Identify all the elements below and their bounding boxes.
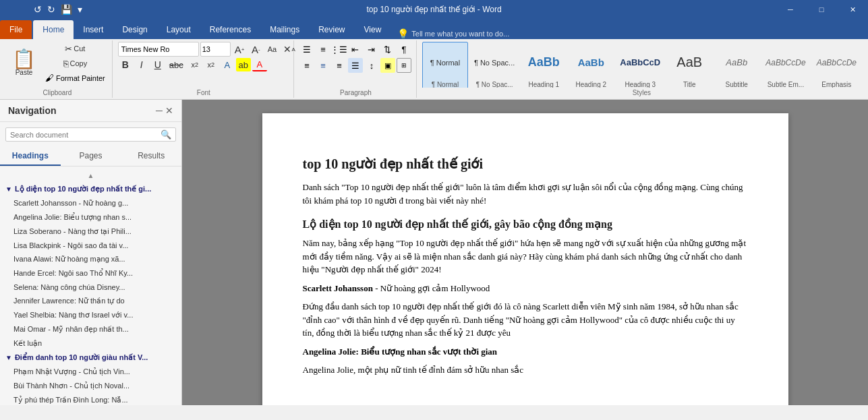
nav-item-angelina[interactable]: Angelina Jolie: Biểu tượng nhan s... <box>0 210 181 224</box>
font-name-input[interactable] <box>118 42 199 57</box>
tab-design[interactable]: Design <box>113 20 156 39</box>
font-group-label: Font <box>118 88 289 96</box>
nav-section-main[interactable]: ▼ Lộ diện top 10 người đẹp nhất thế gi..… <box>0 182 181 196</box>
change-case-button[interactable]: Aa <box>264 42 279 56</box>
style-subtitle-label: Subtitle <box>726 81 748 88</box>
collapse-btn[interactable]: ▲ <box>0 169 181 182</box>
format-painter-icon: 🖌 <box>45 73 54 83</box>
nav-section-second[interactable]: ▼ Điểm danh top 10 người giàu nhất V... <box>0 351 181 365</box>
underline-button[interactable]: U <box>150 58 165 71</box>
style-emphasis[interactable]: AaBbCcDe Emphasis <box>812 42 861 88</box>
decrease-indent-button[interactable]: ⇤ <box>348 42 363 57</box>
cut-label: Cut <box>74 44 85 53</box>
style-heading3[interactable]: AaBbCcD Heading 3 <box>615 42 665 88</box>
shrink-font-button[interactable]: A- <box>248 42 263 56</box>
tab-references[interactable]: References <box>200 20 260 39</box>
nav-item-main-heading: Lộ diện top 10 người đẹp nhất thế gi... <box>15 185 151 193</box>
clipboard-label: Clipboard <box>7 88 108 96</box>
line-spacing-button[interactable]: ↕ <box>364 58 379 73</box>
document-area: top 10 người đẹp nhất thế giới Danh sách… <box>182 100 868 405</box>
nav-item-yael[interactable]: Yael Shelbia: Nàng thơ Israel với v... <box>0 308 181 322</box>
nav-close-icon[interactable]: ✕ <box>165 105 173 116</box>
document-page[interactable]: top 10 người đẹp nhất thế giới Danh sách… <box>262 113 788 405</box>
nav-item-tran[interactable]: Tỷ phú thép Trần Đình Long: Nắ... <box>0 393 181 405</box>
format-painter-button[interactable]: 🖌 Format Painter <box>42 71 108 84</box>
borders-button[interactable]: ⊞ <box>397 58 411 73</box>
tab-results[interactable]: Results <box>121 147 181 166</box>
font-size-input[interactable] <box>200 42 231 57</box>
tab-review[interactable]: Review <box>309 20 354 39</box>
superscript-button[interactable]: x2 <box>204 58 219 71</box>
cut-button[interactable]: ✂ Cut <box>42 42 108 55</box>
tab-headings[interactable]: Headings <box>0 147 61 166</box>
close-button[interactable]: ✕ <box>837 0 868 19</box>
grow-font-button[interactable]: A+ <box>232 42 248 56</box>
nav-item-jennifer[interactable]: Jennifer Lawrence: Nữ thần tự do <box>0 294 181 308</box>
redo-icon[interactable]: ↻ <box>47 4 55 15</box>
text-effects-button[interactable]: A <box>220 58 235 71</box>
tab-layout[interactable]: Layout <box>157 20 200 39</box>
tell-me-text[interactable]: Tell me what you want to do... <box>411 30 509 38</box>
nav-item-ivana[interactable]: Ivana Alawi: Nữ hoàng mạng xã... <box>0 252 181 266</box>
tab-pages[interactable]: Pages <box>61 147 121 166</box>
style-subtle-em[interactable]: AaBbCcDe Subtle Em... <box>761 42 810 88</box>
subscript-button[interactable]: x2 <box>187 58 202 71</box>
nav-header: Navigation ─ ✕ <box>0 100 181 122</box>
align-right-button[interactable]: ≡ <box>332 58 347 73</box>
tab-file[interactable]: File <box>0 20 32 39</box>
shading-button[interactable]: ▣ <box>380 58 395 73</box>
bullets-button[interactable]: ☰ <box>299 42 314 57</box>
tab-insert[interactable]: Insert <box>74 20 113 39</box>
nav-item-hande[interactable]: Hande Ercel: Ngôi sao Thổ Nhĩ Ky... <box>0 266 181 280</box>
multilevel-list-button[interactable]: ⋮☰ <box>332 42 347 57</box>
nav-content: ▲ ▼ Lộ diện top 10 người đẹp nhất thế gi… <box>0 167 181 405</box>
minimize-button[interactable]: ─ <box>775 0 806 19</box>
paste-button[interactable]: 📋 Paste <box>7 43 41 84</box>
font-color-button[interactable]: A <box>252 58 267 71</box>
customize-icon[interactable]: ▾ <box>78 4 82 15</box>
bold-button[interactable]: B <box>118 58 133 71</box>
style-heading2[interactable]: AaBb Heading 2 <box>568 42 614 88</box>
show-marks-button[interactable]: ¶ <box>397 42 411 57</box>
style-heading1[interactable]: AaBb Heading 1 <box>521 42 567 88</box>
increase-indent-button[interactable]: ⇥ <box>364 42 379 57</box>
align-left-button[interactable]: ≡ <box>299 58 314 73</box>
cut-icon: ✂ <box>65 44 72 54</box>
doc-scarlett-line: Scarlett Johansson - Nữ hoàng gợi cảm Ho… <box>303 282 748 295</box>
tab-view[interactable]: View <box>355 20 391 39</box>
nav-item-mai[interactable]: Mai Omar - Mỹ nhân đẹp nhất th... <box>0 322 181 336</box>
search-input[interactable] <box>10 131 161 139</box>
strikethrough-button[interactable]: abc <box>167 58 186 71</box>
doc-scarlett-bold: Scarlett Johansson <box>303 283 373 293</box>
numbered-list-button[interactable]: ≡ <box>316 42 330 57</box>
nav-item-scarlett[interactable]: Scarlett Johansson - Nữ hoàng g... <box>0 196 181 210</box>
nav-item-liza[interactable]: Liza Soberano - Nàng thơ tại Phili... <box>0 224 181 239</box>
style-heading3-preview: AaBbCcD <box>620 44 660 81</box>
save-icon[interactable]: 💾 <box>61 4 72 15</box>
style-heading3-label: Heading 3 <box>625 81 656 88</box>
sort-button[interactable]: ⇅ <box>380 42 395 57</box>
align-center-button[interactable]: ≡ <box>316 58 330 73</box>
style-title[interactable]: AaB Title <box>666 42 712 88</box>
nav-item-lisa[interactable]: Lisa Blackpink - Ngôi sao đa tài v... <box>0 239 181 252</box>
style-subtitle[interactable]: AaBb Subtitle <box>714 42 759 88</box>
nav-item-bui[interactable]: Bùi Thành Nhơn - Chủ tịch Noval... <box>0 379 181 393</box>
nav-item-ket-luan[interactable]: Kết luận <box>0 336 181 351</box>
italic-button[interactable]: I <box>134 58 149 71</box>
title-bar: ↺ ↻ 💾 ▾ top 10 người đẹp nhất thế giới -… <box>0 0 868 19</box>
maximize-button[interactable]: □ <box>806 0 837 19</box>
nav-item-selena[interactable]: Selena: Nàng công chúa Disney... <box>0 280 181 294</box>
style-normal[interactable]: ¶ Normal ¶ Normal <box>422 42 468 88</box>
nav-item-pham[interactable]: Phạm Nhật Vượng - Chủ tịch Vin... <box>0 365 181 379</box>
copy-button[interactable]: ⎘ Copy <box>42 57 108 70</box>
style-no-spacing[interactable]: ¶ No Spac... ¶ No Spac... <box>469 42 519 88</box>
quick-access-toolbar: ↺ ↻ 💾 ▾ <box>34 4 82 15</box>
nav-minimize-icon[interactable]: ─ <box>156 105 163 116</box>
style-no-spacing-label: ¶ No Spac... <box>476 81 513 88</box>
text-highlight-button[interactable]: ab <box>236 58 251 71</box>
tab-home[interactable]: Home <box>33 20 74 39</box>
tab-mailings[interactable]: Mailings <box>260 20 309 39</box>
style-subtitle-preview: AaBb <box>726 44 747 81</box>
justify-button[interactable]: ☰ <box>348 58 363 73</box>
undo-icon[interactable]: ↺ <box>34 4 42 15</box>
